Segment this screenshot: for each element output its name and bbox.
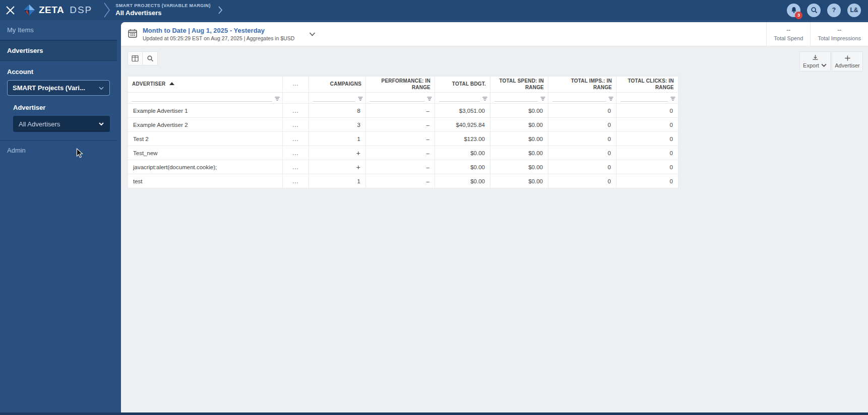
- table-row[interactable]: javacript:alert(document.cookie);...+–$0…: [128, 160, 678, 174]
- stat-value: --: [786, 27, 790, 34]
- add-advertiser-button[interactable]: Advertiser: [832, 51, 863, 72]
- table-row[interactable]: test...1–$0.00$0.0000: [128, 174, 678, 188]
- filter-icon[interactable]: [540, 96, 546, 102]
- date-range-chevron-icon[interactable]: [308, 30, 316, 38]
- breadcrumb-next-icon[interactable]: [218, 6, 223, 14]
- filter-icon[interactable]: [482, 96, 488, 102]
- advertiser-select[interactable]: All Advertisers: [13, 116, 110, 132]
- cell: $0.00: [490, 132, 548, 146]
- cell: 0: [548, 118, 616, 132]
- columns-icon: [132, 55, 139, 62]
- date-range-link[interactable]: Month to Date | Aug 1, 2025 - Yesterday: [143, 26, 294, 35]
- filter-input[interactable]: [621, 96, 668, 102]
- table-search-button[interactable]: [143, 51, 158, 65]
- top-bar: ZETA DSP SMART PROJECTS (VARIABLE MARGIN…: [0, 0, 868, 20]
- logo-text-zeta: ZETA: [39, 5, 64, 16]
- column-header[interactable]: TOTAL CLICKS: IN RANGE: [616, 77, 678, 93]
- column-header[interactable]: ADVERTISER: [128, 77, 283, 93]
- cell: –: [366, 174, 435, 188]
- table-header-row: ADVERTISER ... CAMPAIGNS PERFORMANCE: IN…: [128, 77, 678, 93]
- column-header[interactable]: ...: [283, 77, 309, 93]
- stat-label: Total Impressions: [818, 35, 861, 41]
- export-button[interactable]: Export: [799, 51, 831, 72]
- advertiser-name-cell[interactable]: test: [128, 174, 283, 188]
- sidebar-item-admin[interactable]: Admin: [0, 141, 117, 160]
- cell: 0: [548, 132, 616, 146]
- breadcrumb-account: SMART PROJECTS (VARIABLE MARGIN): [115, 3, 211, 9]
- filter-input[interactable]: [494, 96, 538, 102]
- zeta-dsp-logo[interactable]: ZETA DSP: [23, 4, 92, 16]
- close-icon[interactable]: [0, 0, 20, 20]
- row-actions-button[interactable]: ...: [283, 146, 309, 160]
- advertisers-table: ADVERTISER ... CAMPAIGNS PERFORMANCE: IN…: [128, 76, 678, 188]
- chevron-down-icon: [98, 121, 104, 127]
- filter-input[interactable]: [313, 96, 355, 102]
- filter-input[interactable]: [552, 96, 606, 102]
- summary-stat: -- Total Impressions: [810, 22, 868, 46]
- filter-cell: [435, 93, 490, 104]
- cell: $40,925.84: [435, 118, 490, 132]
- help-button[interactable]: ?: [827, 4, 841, 17]
- advertiser-name-cell[interactable]: Test 2: [128, 132, 283, 146]
- table-row[interactable]: Example Advertiser 1...8–$3,051.00$0.000…: [128, 104, 678, 118]
- cell: 0: [616, 160, 678, 174]
- calendar-icon: [128, 28, 138, 40]
- cell: 3: [309, 118, 366, 132]
- sidebar-item-my-items[interactable]: My Items: [0, 20, 117, 40]
- row-actions-button[interactable]: ...: [283, 118, 309, 132]
- global-search-button[interactable]: [807, 4, 821, 17]
- column-header[interactable]: TOTAL IMPS.: IN RANGE: [548, 77, 616, 93]
- column-header[interactable]: TOTAL SPEND: IN RANGE: [490, 77, 548, 93]
- cell: 0: [616, 174, 678, 188]
- chevron-down-icon: [98, 85, 104, 91]
- filter-icon[interactable]: [426, 96, 432, 102]
- table-row[interactable]: Test 2...1–$123.00$0.0000: [128, 132, 678, 146]
- advertiser-name-cell[interactable]: Example Advertiser 2: [128, 118, 283, 132]
- filter-icon[interactable]: [357, 96, 363, 102]
- row-actions-button[interactable]: ...: [283, 174, 309, 188]
- cell: 0: [548, 146, 616, 160]
- filter-input[interactable]: [132, 96, 272, 102]
- column-header[interactable]: CAMPAIGNS: [309, 77, 366, 93]
- row-actions-button[interactable]: ...: [283, 132, 309, 146]
- filter-cell: [366, 93, 435, 104]
- advertiser-name-cell[interactable]: Example Advertiser 1: [128, 104, 283, 118]
- column-header[interactable]: TOTAL BDGT.: [435, 77, 490, 93]
- row-actions-button[interactable]: ...: [283, 104, 309, 118]
- cell: $123.00: [435, 132, 490, 146]
- cell: $0.00: [435, 146, 490, 160]
- filter-icon[interactable]: [608, 96, 614, 102]
- filter-cell: [616, 93, 678, 104]
- cell: 0: [548, 174, 616, 188]
- cell: 0: [616, 146, 678, 160]
- cell: $3,051.00: [435, 104, 490, 118]
- table-row[interactable]: Example Advertiser 2...3–$40,925.84$0.00…: [128, 118, 678, 132]
- main-area: Month to Date | Aug 1, 2025 - Yesterday …: [117, 20, 868, 415]
- cell: 0: [616, 104, 678, 118]
- add-campaign-button[interactable]: +: [309, 146, 366, 160]
- breadcrumb[interactable]: SMART PROJECTS (VARIABLE MARGIN) All Adv…: [115, 3, 211, 17]
- advertiser-name-cell[interactable]: javacript:alert(document.cookie);: [128, 160, 283, 174]
- column-header[interactable]: PERFORMANCE: IN RANGE: [366, 77, 435, 93]
- cell: 1: [309, 174, 366, 188]
- add-campaign-button[interactable]: +: [309, 160, 366, 174]
- breadcrumb-chevron-icon: [103, 3, 110, 18]
- bottom-edge-bar: [0, 412, 868, 415]
- account-select[interactable]: SMART Projects (Vari...: [7, 80, 110, 96]
- table-row[interactable]: Test_new...+–$0.00$0.0000: [128, 146, 678, 160]
- sidebar-item-advertisers[interactable]: Advertisers: [0, 40, 117, 61]
- filter-input[interactable]: [370, 96, 424, 102]
- avatar[interactable]: L&: [847, 4, 861, 17]
- date-updated-text: Updated at 05:25:29 EST on Aug 27, 2025 …: [143, 35, 294, 42]
- advertiser-name-cell[interactable]: Test_new: [128, 146, 283, 160]
- cell: $0.00: [435, 174, 490, 188]
- filter-icon[interactable]: [670, 96, 676, 102]
- row-actions-button[interactable]: ...: [283, 160, 309, 174]
- avatar-initials: L&: [850, 7, 858, 14]
- notifications-button[interactable]: 3: [787, 4, 800, 17]
- advertiser-label: Advertiser: [13, 104, 110, 111]
- columns-button[interactable]: [128, 51, 143, 65]
- filter-icon[interactable]: [274, 96, 280, 102]
- filter-input[interactable]: [439, 96, 480, 102]
- export-label: Export: [803, 62, 819, 68]
